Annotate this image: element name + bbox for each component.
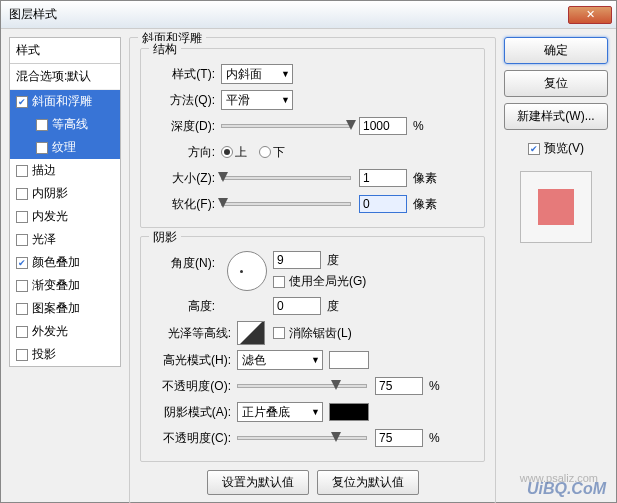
shading-legend: 阴影 (149, 229, 181, 246)
direction-down-radio[interactable] (259, 146, 271, 158)
style-item-0[interactable]: 斜面和浮雕 (10, 90, 120, 113)
style-item-label: 内阴影 (32, 185, 68, 202)
style-checkbox[interactable] (16, 188, 28, 200)
styles-panel: 样式 混合选项:默认 斜面和浮雕等高线纹理描边内阴影内发光光泽颜色叠加渐变叠加图… (9, 37, 121, 494)
angle-label: 角度(N): (149, 251, 221, 272)
style-checkbox[interactable] (16, 211, 28, 223)
style-checkbox[interactable] (16, 303, 28, 315)
style-checkbox[interactable] (36, 142, 48, 154)
size-slider[interactable] (221, 176, 351, 180)
style-label: 样式(T): (149, 66, 221, 83)
angle-dial[interactable] (227, 251, 267, 291)
shadow-opacity-label: 不透明度(C): (149, 430, 237, 447)
style-checkbox[interactable] (16, 280, 28, 292)
shadow-mode-label: 阴影模式(A): (149, 404, 237, 421)
style-checkbox[interactable] (16, 349, 28, 361)
direction-label: 方向: (149, 144, 221, 161)
depth-input[interactable] (359, 117, 407, 135)
style-item-label: 投影 (32, 346, 56, 363)
style-item-label: 图案叠加 (32, 300, 80, 317)
chevron-down-icon: ▼ (311, 355, 320, 365)
style-item-2[interactable]: 纹理 (10, 136, 120, 159)
gloss-contour-picker[interactable] (237, 321, 265, 345)
chevron-down-icon: ▼ (311, 407, 320, 417)
chevron-down-icon: ▼ (281, 95, 290, 105)
structure-legend: 结构 (149, 41, 181, 58)
size-label: 大小(Z): (149, 170, 221, 187)
new-style-button[interactable]: 新建样式(W)... (504, 103, 608, 130)
reset-default-button[interactable]: 复位为默认值 (317, 470, 419, 495)
preview-checkbox[interactable] (528, 143, 540, 155)
soften-input[interactable] (359, 195, 407, 213)
blend-options-row[interactable]: 混合选项:默认 (10, 64, 120, 90)
direction-up-radio[interactable] (221, 146, 233, 158)
style-item-4[interactable]: 内阴影 (10, 182, 120, 205)
style-item-10[interactable]: 外发光 (10, 320, 120, 343)
style-item-3[interactable]: 描边 (10, 159, 120, 182)
angle-input[interactable] (273, 251, 321, 269)
technique-combo[interactable]: 平滑▼ (221, 90, 293, 110)
action-panel: 确定 复位 新建样式(W)... 预览(V) (504, 37, 608, 494)
highlight-mode-label: 高光模式(H): (149, 352, 237, 369)
preview-swatch (538, 189, 574, 225)
shadow-opacity-input[interactable] (375, 429, 423, 447)
style-checkbox[interactable] (36, 119, 48, 131)
shadow-mode-combo[interactable]: 正片叠底▼ (237, 402, 323, 422)
preview-box (520, 171, 592, 243)
style-item-7[interactable]: 颜色叠加 (10, 251, 120, 274)
style-item-label: 外发光 (32, 323, 68, 340)
antialias-checkbox[interactable] (273, 327, 285, 339)
global-light-checkbox[interactable] (273, 276, 285, 288)
style-checkbox[interactable] (16, 257, 28, 269)
style-item-9[interactable]: 图案叠加 (10, 297, 120, 320)
style-item-1[interactable]: 等高线 (10, 113, 120, 136)
depth-label: 深度(D): (149, 118, 221, 135)
gloss-contour-label: 光泽等高线: (149, 325, 237, 342)
style-checkbox[interactable] (16, 165, 28, 177)
ok-button[interactable]: 确定 (504, 37, 608, 64)
style-item-label: 渐变叠加 (32, 277, 80, 294)
style-item-8[interactable]: 渐变叠加 (10, 274, 120, 297)
style-item-label: 斜面和浮雕 (32, 93, 92, 110)
highlight-mode-combo[interactable]: 滤色▼ (237, 350, 323, 370)
highlight-color-swatch[interactable] (329, 351, 369, 369)
style-item-label: 光泽 (32, 231, 56, 248)
depth-slider[interactable] (221, 124, 351, 128)
style-item-label: 描边 (32, 162, 56, 179)
highlight-opacity-label: 不透明度(O): (149, 378, 237, 395)
style-checkbox[interactable] (16, 234, 28, 246)
layer-style-dialog: 图层样式 ✕ 样式 混合选项:默认 斜面和浮雕等高线纹理描边内阴影内发光光泽颜色… (0, 0, 617, 503)
technique-label: 方法(Q): (149, 92, 221, 109)
shadow-color-swatch[interactable] (329, 403, 369, 421)
titlebar[interactable]: 图层样式 ✕ (1, 1, 616, 29)
soften-label: 软化(F): (149, 196, 221, 213)
make-default-button[interactable]: 设置为默认值 (207, 470, 309, 495)
altitude-input[interactable] (273, 297, 321, 315)
shadow-opacity-slider[interactable] (237, 436, 367, 440)
settings-panel: 斜面和浮雕 结构 样式(T): 内斜面▼ 方法(Q): 平滑▼ (129, 37, 496, 494)
highlight-opacity-slider[interactable] (237, 384, 367, 388)
style-combo[interactable]: 内斜面▼ (221, 64, 293, 84)
size-input[interactable] (359, 169, 407, 187)
style-checkbox[interactable] (16, 96, 28, 108)
styles-header: 样式 (10, 38, 120, 64)
cancel-button[interactable]: 复位 (504, 70, 608, 97)
style-item-label: 等高线 (52, 116, 88, 133)
style-item-label: 内发光 (32, 208, 68, 225)
close-button[interactable]: ✕ (568, 6, 612, 24)
style-item-label: 颜色叠加 (32, 254, 80, 271)
style-item-6[interactable]: 光泽 (10, 228, 120, 251)
style-item-label: 纹理 (52, 139, 76, 156)
highlight-opacity-input[interactable] (375, 377, 423, 395)
style-checkbox[interactable] (16, 326, 28, 338)
soften-slider[interactable] (221, 202, 351, 206)
style-item-11[interactable]: 投影 (10, 343, 120, 366)
style-item-5[interactable]: 内发光 (10, 205, 120, 228)
window-title: 图层样式 (5, 6, 568, 23)
altitude-label: 高度: (149, 298, 221, 315)
chevron-down-icon: ▼ (281, 69, 290, 79)
